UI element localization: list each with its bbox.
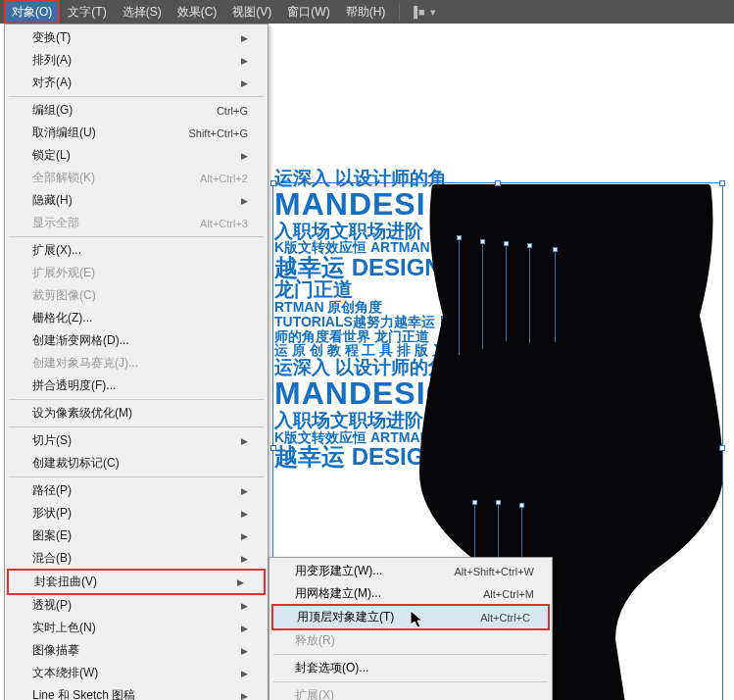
menu-separator: [9, 476, 264, 477]
handle-top-left[interactable]: [270, 180, 276, 186]
menu-item[interactable]: 路径(P)▶: [5, 479, 268, 502]
menu-shortcut: Alt+Ctrl+2: [200, 173, 248, 184]
handle-mid-left[interactable]: [270, 445, 276, 451]
menu-view[interactable]: 视图(V): [224, 0, 279, 25]
menu-item-label: 创建对象马赛克(J)...: [32, 355, 138, 372]
menu-item-label: Line 和 Sketch 图稿: [32, 687, 135, 700]
menu-item[interactable]: 图案(E)▶: [5, 525, 268, 547]
submenu-arrow-icon: ▶: [241, 646, 248, 656]
menu-item[interactable]: 创建渐变网格(D)...: [5, 329, 268, 352]
menu-select[interactable]: 选择(S): [115, 0, 170, 25]
menu-separator: [273, 654, 548, 655]
menu-item: 全部解锁(K)Alt+Ctrl+2: [5, 167, 268, 189]
menu-item-label: 变换(T): [32, 29, 71, 46]
menu-item[interactable]: 封套扭曲(V)▶: [9, 571, 264, 593]
menu-item[interactable]: 创建裁切标记(C): [5, 452, 268, 475]
menu-help[interactable]: 帮助(H): [338, 0, 394, 25]
menu-item-label: 排列(A): [32, 52, 72, 69]
menu-item-label: 图像描摹: [32, 642, 79, 659]
menu-item-label: 锁定(L): [32, 147, 71, 164]
menu-shortcut: Alt+Ctrl+M: [483, 588, 534, 600]
menu-item-label: 创建渐变网格(D)...: [32, 332, 129, 349]
menu-effect[interactable]: 效果(C): [170, 0, 225, 25]
menu-item-label: 路径(P): [32, 482, 72, 499]
menu-item[interactable]: 排列(A)▶: [5, 49, 268, 72]
submenu-item[interactable]: 用变形建立(W)...Alt+Shift+Ctrl+W: [269, 560, 552, 582]
menu-item[interactable]: Line 和 Sketch 图稿▶: [5, 684, 268, 700]
menu-shortcut: Alt+Shift+Ctrl+W: [454, 566, 534, 577]
submenu-arrow-icon: ▶: [241, 531, 248, 541]
submenu-arrow-icon: ▶: [237, 577, 244, 587]
menu-separator: [9, 399, 264, 400]
menu-object[interactable]: 对象(O): [4, 0, 60, 25]
menu-item[interactable]: 变换(T)▶: [5, 26, 268, 49]
submenu-arrow-icon: ▶: [241, 33, 248, 43]
submenu-arrow-icon: ▶: [241, 624, 248, 633]
menu-item-label: 裁剪图像(C): [32, 287, 96, 304]
menu-item-label: 取消编组(U): [32, 125, 96, 141]
highlighted-submenu-item[interactable]: 用顶层对象建立(T)Alt+Ctrl+C: [271, 604, 550, 630]
menu-item[interactable]: 切片(S)▶: [5, 429, 268, 452]
submenu-item[interactable]: 用网格建立(M)...Alt+Ctrl+M: [269, 582, 552, 605]
menu-item-label: 文本绕排(W): [32, 665, 98, 681]
submenu-item-label: 用变形建立(W)...: [295, 563, 382, 579]
submenu-item: 扩展(X): [269, 684, 552, 700]
menu-item[interactable]: 图像描摹▶: [5, 639, 268, 662]
handle-mid-right[interactable]: [719, 445, 725, 451]
menu-shortcut: Shift+Ctrl+G: [188, 127, 248, 139]
submenu-arrow-icon: ▶: [241, 601, 248, 611]
menu-item-label: 拼合透明度(F)...: [32, 377, 116, 394]
menu-separator: [9, 426, 264, 427]
menu-item: 显示全部Alt+Ctrl+3: [5, 212, 268, 234]
menu-item[interactable]: 隐藏(H)▶: [5, 189, 268, 212]
menu-item[interactable]: 文本绕排(W)▶: [5, 662, 268, 684]
menu-type[interactable]: 文字(T): [60, 0, 114, 25]
workspace-switcher-icon[interactable]: ▐■ ▾: [406, 6, 441, 19]
submenu-arrow-icon: ▶: [241, 436, 248, 446]
submenu-arrow-icon: ▶: [241, 56, 248, 66]
menu-item[interactable]: 拼合透明度(F)...: [5, 375, 268, 397]
menu-item-label: 扩展外观(E): [32, 265, 95, 281]
highlighted-menu-item[interactable]: 封套扭曲(V)▶: [7, 569, 266, 595]
menubar-separator: [399, 4, 400, 20]
submenu-item-label: 封套选项(O)...: [295, 660, 368, 676]
menu-item[interactable]: 实时上色(N)▶: [5, 617, 268, 639]
menu-separator: [273, 681, 548, 682]
menu-item-label: 对齐(A): [32, 75, 72, 91]
submenu-item[interactable]: 封套选项(O)...: [269, 657, 552, 679]
menu-item-label: 创建裁切标记(C): [32, 455, 120, 472]
envelope-distort-submenu: 用变形建立(W)...Alt+Shift+Ctrl+W用网格建立(M)...Al…: [269, 557, 553, 700]
menu-item-label: 图案(E): [32, 527, 72, 544]
submenu-arrow-icon: ▶: [241, 151, 248, 161]
submenu-arrow-icon: ▶: [241, 509, 248, 519]
submenu-arrow-icon: ▶: [241, 78, 248, 88]
menu-item-label: 显示全部: [32, 215, 79, 231]
menu-item[interactable]: 透视(P)▶: [5, 594, 268, 617]
menu-item[interactable]: 编组(G)Ctrl+G: [5, 99, 268, 122]
handle-top-mid[interactable]: [495, 180, 501, 186]
menu-item[interactable]: 设为像素级优化(M): [5, 402, 268, 425]
handle-top-right[interactable]: [719, 180, 725, 186]
submenu-arrow-icon: ▶: [241, 554, 248, 564]
menu-item[interactable]: 锁定(L)▶: [5, 144, 268, 167]
menu-item[interactable]: 混合(B)▶: [5, 547, 268, 570]
menu-item[interactable]: 形状(P)▶: [5, 502, 268, 525]
menu-item[interactable]: 对齐(A)▶: [5, 72, 268, 94]
menu-item-label: 混合(B): [32, 550, 72, 567]
submenu-item-label: 用顶层对象建立(T): [297, 609, 394, 625]
menu-item: 创建对象马赛克(J)...: [5, 352, 268, 375]
menu-shortcut: Ctrl+G: [217, 105, 248, 117]
menubar: 对象(O) 文字(T) 选择(S) 效果(C) 视图(V) 窗口(W) 帮助(H…: [0, 0, 734, 24]
menu-item-label: 栅格化(Z)...: [32, 310, 92, 326]
menu-item-label: 实时上色(N): [32, 620, 96, 636]
menu-item[interactable]: 栅格化(Z)...: [5, 307, 268, 329]
submenu-item-label: 用网格建立(M)...: [295, 585, 381, 602]
menu-item-label: 设为像素级优化(M): [32, 405, 132, 422]
menu-window[interactable]: 窗口(W): [279, 0, 337, 25]
menu-item-label: 封套扭曲(V): [34, 574, 97, 590]
submenu-item: 释放(R): [269, 629, 552, 652]
menu-item[interactable]: 扩展(X)...: [5, 239, 268, 262]
submenu-item[interactable]: 用顶层对象建立(T)Alt+Ctrl+C: [273, 606, 548, 628]
menu-item[interactable]: 取消编组(U)Shift+Ctrl+G: [5, 122, 268, 144]
menu-shortcut: Alt+Ctrl+C: [480, 612, 530, 624]
